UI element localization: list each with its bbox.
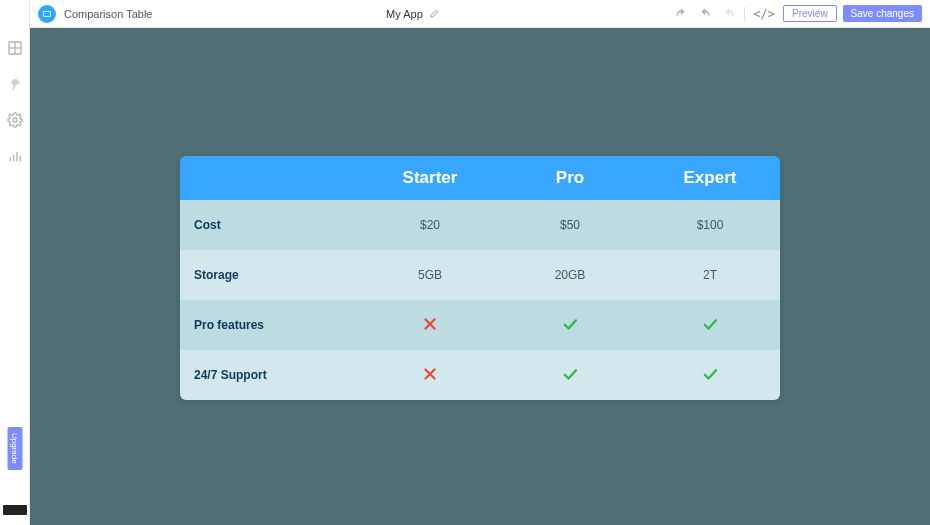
table-row: Pro features (180, 300, 780, 350)
row-value: 20GB (500, 268, 640, 282)
preview-button[interactable]: Preview (783, 5, 837, 22)
table-body: Cost$20$50$100Storage5GB20GB2TPro featur… (180, 200, 780, 400)
table-row: Cost$20$50$100 (180, 200, 780, 250)
row-label: 24/7 Support (180, 368, 360, 382)
check-icon (701, 365, 719, 383)
layout-icon[interactable] (5, 38, 25, 58)
toolbar-divider (744, 7, 745, 21)
app-name-editor[interactable]: My App (386, 8, 439, 20)
gear-icon[interactable] (5, 110, 25, 130)
editor-canvas[interactable]: Starter Pro Expert Cost$20$50$100Storage… (30, 28, 930, 525)
code-icon[interactable]: </> (751, 7, 777, 21)
row-label: Cost (180, 218, 360, 232)
table-header-row: Starter Pro Expert (180, 156, 780, 200)
row-label: Pro features (180, 318, 360, 332)
header-col-1: Pro (500, 156, 640, 200)
row-value (500, 365, 640, 386)
row-value (360, 315, 500, 336)
row-value: 5GB (360, 268, 500, 282)
row-value (360, 365, 500, 386)
header-col-2: Expert (640, 156, 780, 200)
cross-icon (421, 365, 439, 383)
logo-badge-icon[interactable] (38, 5, 56, 23)
top-toolbar: Comparison Table My App </> Preview Save… (30, 0, 930, 28)
cross-icon (421, 315, 439, 333)
check-icon (561, 365, 579, 383)
page-title: Comparison Table (64, 8, 152, 20)
row-label: Storage (180, 268, 360, 282)
left-sidebar: Upgrade (0, 0, 30, 525)
bottom-widget-icon[interactable] (3, 505, 27, 515)
undo-icon[interactable] (672, 5, 690, 23)
header-col-0: Starter (360, 156, 500, 200)
row-value (500, 315, 640, 336)
row-value (640, 315, 780, 336)
stats-icon[interactable] (5, 146, 25, 166)
check-icon (561, 315, 579, 333)
comparison-table: Starter Pro Expert Cost$20$50$100Storage… (180, 156, 780, 400)
redo-disabled-icon (720, 5, 738, 23)
table-row: 24/7 Support (180, 350, 780, 400)
row-value (640, 365, 780, 386)
save-button[interactable]: Save changes (843, 5, 922, 22)
main-area: Comparison Table My App </> Preview Save… (30, 0, 930, 525)
app-name-label: My App (386, 8, 423, 20)
table-row: Storage5GB20GB2T (180, 250, 780, 300)
row-value: $100 (640, 218, 780, 232)
row-value: 2T (640, 268, 780, 282)
svg-point-3 (13, 118, 17, 122)
check-icon (701, 315, 719, 333)
row-value: $50 (500, 218, 640, 232)
redo-icon[interactable] (696, 5, 714, 23)
header-empty-cell (180, 156, 360, 200)
pencil-icon (429, 9, 439, 19)
svg-rect-8 (44, 11, 51, 16)
upgrade-button[interactable]: Upgrade (7, 427, 22, 470)
pin-icon[interactable] (5, 74, 25, 94)
row-value: $20 (360, 218, 500, 232)
